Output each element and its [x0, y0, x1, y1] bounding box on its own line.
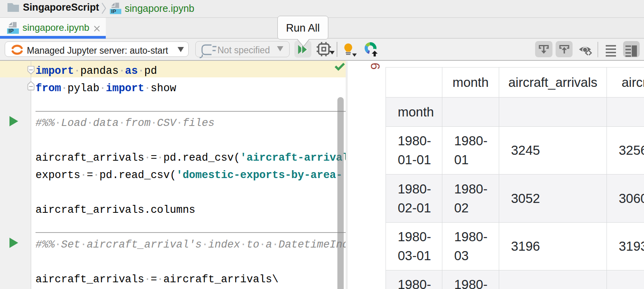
- svg-text:IP: IP: [9, 28, 14, 34]
- svg-text:IP: IP: [111, 8, 116, 14]
